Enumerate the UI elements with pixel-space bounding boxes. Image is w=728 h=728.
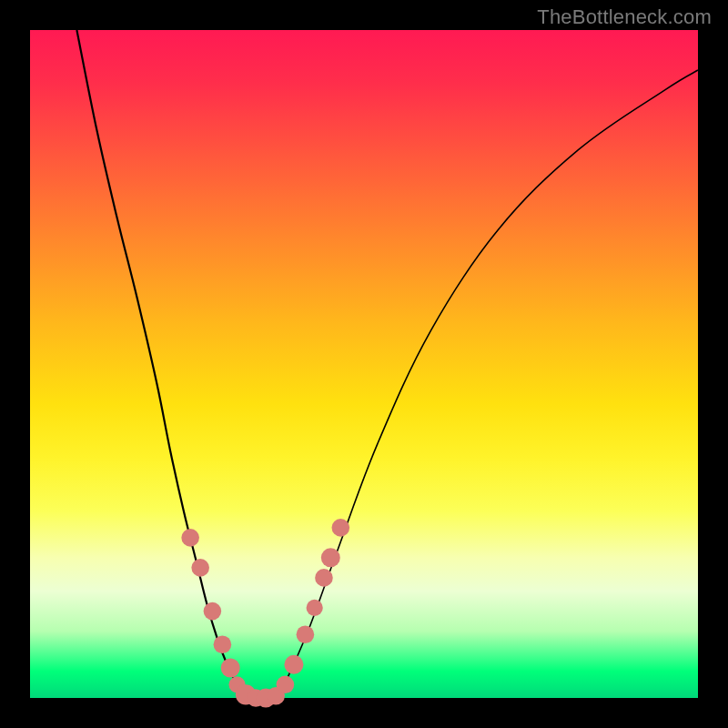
- data-marker: [321, 548, 340, 567]
- data-marker: [277, 676, 295, 694]
- data-marker: [284, 655, 303, 674]
- right-branch-line: [278, 70, 698, 698]
- data-marker: [191, 559, 209, 577]
- marker-group: [181, 519, 349, 707]
- watermark-text: TheBottleneck.com: [537, 5, 712, 29]
- curve-svg: [30, 30, 698, 698]
- chart-frame: TheBottleneck.com: [0, 0, 728, 728]
- data-marker: [204, 602, 222, 621]
- left-branch-line: [76, 30, 244, 698]
- plot-area: [30, 30, 698, 698]
- data-marker: [332, 519, 350, 537]
- data-marker: [181, 529, 199, 547]
- data-marker: [297, 625, 315, 643]
- data-marker: [221, 658, 240, 677]
- data-marker: [307, 600, 323, 616]
- data-marker: [214, 635, 232, 653]
- data-marker: [315, 569, 333, 587]
